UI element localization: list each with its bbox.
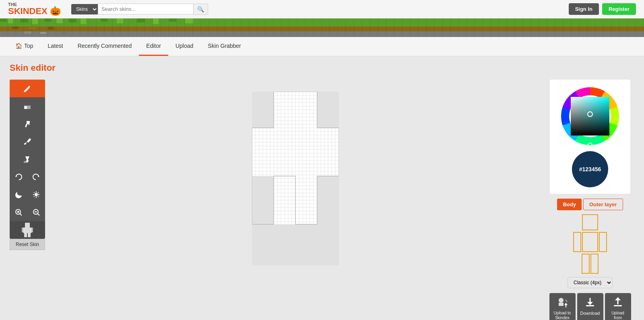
pixel-banner — [0, 18, 644, 37]
tool-row-eraser — [10, 97, 45, 115]
color-hex-display[interactable]: #123456 — [572, 151, 608, 187]
svg-marker-140 — [564, 303, 568, 305]
body-torso[interactable] — [582, 232, 598, 252]
right-panel: #123456 Body Outer layer — [546, 80, 634, 320]
zoom-out-tool[interactable] — [27, 203, 45, 221]
header-top: THE SKINDEX 🎃 Skins 🔍 Sign In Register — [0, 0, 644, 18]
svg-rect-19 — [48, 27, 54, 30]
upload-computer-icon — [612, 296, 624, 309]
logo-area: THE SKINDEX 🎃 — [8, 2, 61, 16]
tool-row-undo-redo — [10, 168, 45, 186]
redo-icon — [32, 173, 40, 181]
nav-item-editor[interactable]: Editor — [139, 37, 168, 56]
zoom-out-icon — [32, 208, 40, 216]
fill-tool[interactable] — [10, 150, 45, 168]
search-button[interactable]: 🔍 — [194, 4, 208, 15]
nav-item-upload[interactable]: Upload — [168, 37, 200, 56]
undo-icon — [14, 173, 23, 181]
signin-button[interactable]: Sign In — [569, 3, 599, 15]
color-wheel-container[interactable] — [560, 86, 620, 146]
body-right-arm[interactable] — [599, 232, 607, 252]
svg-rect-16 — [185, 18, 193, 23]
svg-rect-50 — [28, 233, 31, 237]
eraser-icon — [23, 102, 32, 111]
svg-rect-6 — [32, 18, 38, 24]
download-button[interactable]: Download — [577, 293, 603, 320]
fill-icon — [23, 155, 32, 164]
body-left-leg[interactable] — [582, 254, 590, 274]
body-torso-row — [573, 232, 607, 252]
svg-rect-45 — [25, 223, 30, 228]
skin-view-tool[interactable] — [10, 221, 45, 239]
redo-tool[interactable] — [27, 168, 45, 186]
upload-to-skindex-svg — [556, 296, 568, 308]
darken-icon — [14, 191, 23, 199]
svg-rect-12 — [117, 18, 123, 23]
svg-rect-11 — [101, 18, 108, 22]
color-wheel-svg[interactable] — [560, 86, 620, 146]
svg-rect-3 — [0, 18, 6, 22]
stamp-tool[interactable] — [10, 115, 45, 133]
body-diagram — [573, 214, 607, 274]
body-head[interactable] — [582, 214, 598, 230]
tool-row-pencil — [10, 80, 45, 97]
body-legs-row — [582, 254, 599, 274]
body-layer-tab[interactable]: Body — [557, 199, 582, 210]
nav-bar: 🏠 Skin editor Top Latest Recently Commen… — [0, 37, 644, 56]
model-dropdown[interactable]: Classic (4px) Slim (3px) — [568, 277, 613, 288]
download-icon — [584, 296, 596, 309]
outer-layer-tab[interactable]: Outer layer — [583, 199, 623, 210]
upload-computer-label: Upload fromComputer — [609, 311, 627, 320]
tools-panel: Reset Skin — [10, 80, 45, 250]
upload-computer-button[interactable]: Upload fromComputer — [605, 293, 631, 320]
svg-rect-14 — [153, 18, 159, 24]
download-svg — [584, 296, 596, 308]
tools-grid — [10, 80, 45, 239]
lighten-tool[interactable] — [27, 186, 45, 203]
body-right-leg[interactable] — [590, 254, 599, 274]
skin-canvas[interactable] — [252, 92, 339, 267]
pencil-tool[interactable] — [10, 80, 45, 97]
svg-rect-24 — [27, 106, 31, 109]
svg-rect-28 — [24, 161, 27, 163]
skin-preview-icon — [19, 222, 35, 238]
zoom-in-tool[interactable] — [10, 203, 27, 221]
svg-rect-15 — [169, 18, 176, 22]
svg-rect-4 — [8, 18, 13, 23]
svg-rect-49 — [24, 233, 27, 237]
svg-rect-46 — [23, 228, 31, 233]
svg-rect-18 — [28, 27, 36, 29]
eyedropper-tool[interactable] — [10, 133, 45, 150]
svg-rect-9 — [68, 18, 76, 23]
tool-row-fill — [10, 150, 45, 168]
action-buttons: Upload toSkindex Download — [549, 293, 631, 320]
svg-line-37 — [34, 196, 35, 197]
undo-tool[interactable] — [10, 168, 27, 186]
eraser-tool[interactable] — [10, 97, 45, 115]
nav-item-skin-grabber[interactable]: Skin Grabber — [200, 37, 248, 56]
nav-item-top[interactable]: 🏠 Skin editor Top — [8, 37, 41, 56]
tool-row-zoom — [10, 203, 45, 221]
body-left-arm[interactable] — [573, 232, 581, 252]
darken-tool[interactable] — [10, 186, 27, 203]
register-button[interactable]: Register — [602, 3, 636, 15]
svg-line-36 — [38, 192, 39, 193]
nav-item-latest[interactable]: Latest — [41, 37, 70, 56]
svg-rect-20 — [24, 31, 31, 34]
svg-rect-1 — [0, 27, 644, 31]
skin-editor-svg[interactable] — [252, 92, 339, 265]
reset-skin-button[interactable]: Reset Skin — [10, 239, 45, 250]
search-dropdown[interactable]: Skins — [71, 4, 98, 14]
stamp-icon — [23, 119, 32, 128]
upload-skindex-button[interactable]: Upload toSkindex — [549, 293, 576, 320]
svg-rect-2 — [0, 31, 644, 37]
search-input[interactable] — [98, 4, 194, 14]
svg-line-34 — [34, 192, 35, 193]
layer-tabs: Body Outer layer — [557, 199, 623, 210]
svg-line-39 — [20, 213, 22, 215]
svg-line-43 — [37, 213, 39, 215]
color-panel: #123456 — [550, 80, 630, 194]
svg-rect-0 — [0, 18, 644, 27]
svg-rect-25 — [24, 105, 31, 106]
nav-item-recently-commented[interactable]: Recently Commented — [70, 37, 139, 56]
